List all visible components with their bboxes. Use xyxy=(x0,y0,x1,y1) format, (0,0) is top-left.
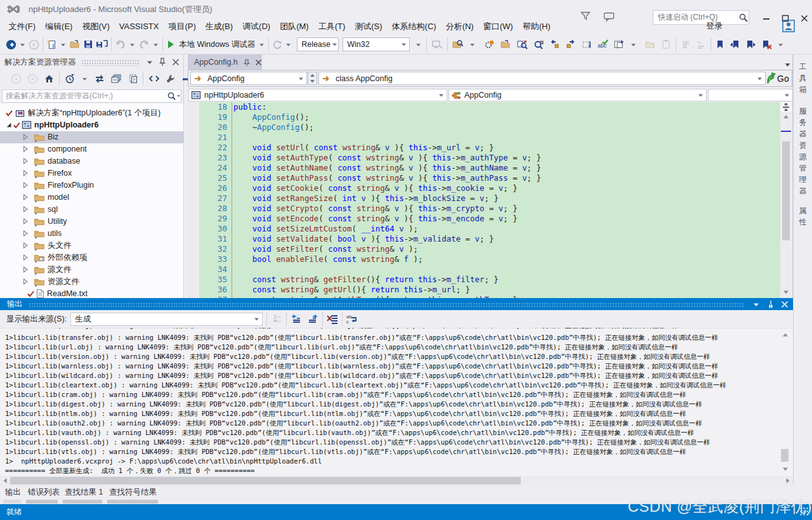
nav-forward-dis-icon[interactable] xyxy=(24,71,41,86)
code-view-icon[interactable] xyxy=(145,71,162,86)
word-wrap-icon[interactable]: abc xyxy=(344,311,360,327)
va-undo-icon[interactable] xyxy=(579,37,594,52)
split-handle-icon[interactable] xyxy=(780,102,792,112)
new-item-icon[interactable] xyxy=(45,37,58,52)
folder-disabled-icon[interactable] xyxy=(642,37,658,52)
caret-icon[interactable] xyxy=(128,37,137,52)
window-position-icon[interactable] xyxy=(753,300,759,309)
bottom-tab-查找符号结果[interactable]: 查找符号结果 xyxy=(109,487,157,498)
expander-collapsed-icon[interactable] xyxy=(22,206,29,212)
menu-文件(F)[interactable]: 文件(F) xyxy=(4,18,41,35)
pin-icon[interactable] xyxy=(766,301,775,308)
tree-item-model[interactable]: model xyxy=(0,192,183,204)
caret-icon[interactable] xyxy=(627,37,639,52)
expander-collapsed-icon[interactable] xyxy=(22,230,29,237)
menu-分析(N)[interactable]: 分析(N) xyxy=(441,18,478,35)
document-tab-appconfig[interactable]: AppConfig.h xyxy=(188,55,262,70)
va-clone-icon[interactable] xyxy=(611,37,627,52)
caret-icon[interactable] xyxy=(257,37,266,52)
platform-combobox[interactable]: Win32 xyxy=(343,37,410,51)
tree-item-Biz[interactable]: Biz xyxy=(0,131,183,143)
bottom-tab-查找结果 1[interactable]: 查找结果 1 xyxy=(65,487,103,498)
menu-编辑(E)[interactable]: 编辑(E) xyxy=(41,18,77,35)
bottom-tab-错误列表[interactable]: 错误列表 xyxy=(28,487,60,498)
show-all-files-icon[interactable] xyxy=(124,71,141,86)
prev-message-icon[interactable] xyxy=(289,311,304,327)
list2-disabled-icon[interactable]: ?= xyxy=(693,37,709,52)
nav-back-dis-icon[interactable] xyxy=(8,71,24,86)
scroll-left-icon[interactable] xyxy=(3,478,8,484)
expander-expanded-icon[interactable] xyxy=(6,122,12,128)
undo-icon[interactable] xyxy=(114,37,128,52)
autohide-tab-工具箱[interactable]: 工 具 箱 xyxy=(798,61,808,95)
tree-item-外部依赖项[interactable]: 外部依赖项 xyxy=(0,252,183,264)
attach-process-icon[interactable] xyxy=(429,37,445,52)
caret-icon[interactable] xyxy=(18,37,27,52)
menu-视图(V)[interactable]: 视图(V) xyxy=(77,18,114,35)
find-message-dis-icon[interactable] xyxy=(269,311,284,327)
expander-collapsed-icon[interactable] xyxy=(22,194,29,200)
tree-item-Utility[interactable]: Utility xyxy=(0,216,183,228)
menu-项目(P)[interactable]: 项目(P) xyxy=(164,18,200,35)
va-nav-back-icon[interactable] xyxy=(547,37,563,52)
expander-collapsed-icon[interactable] xyxy=(22,182,29,188)
bottom-tab-输出[interactable]: 输出 xyxy=(5,487,21,498)
output-title-bar[interactable]: 输出 xyxy=(0,298,793,310)
expander-collapsed-icon[interactable] xyxy=(22,158,29,164)
nav-forward-icon[interactable] xyxy=(27,37,41,52)
tree-item-database[interactable]: database xyxy=(0,155,183,167)
menu-工具(T)[interactable]: 工具(T) xyxy=(313,18,350,35)
caret-icon[interactable] xyxy=(466,37,478,52)
caret-icon[interactable] xyxy=(58,37,68,52)
scrollbar-thumb[interactable] xyxy=(781,449,789,462)
caret-icon[interactable] xyxy=(284,37,293,52)
output-source-combobox[interactable]: 生成 xyxy=(70,313,263,326)
editor-vertical-scrollbar[interactable] xyxy=(780,102,792,298)
vax-spinner[interactable] xyxy=(308,72,317,85)
va-options-icon[interactable] xyxy=(481,37,497,52)
paste-disabled-icon[interactable] xyxy=(658,37,674,52)
expander-collapsed-icon[interactable] xyxy=(22,254,29,261)
tree-item-资源文件[interactable]: 资源文件 xyxy=(0,276,183,288)
expander-collapsed-icon[interactable] xyxy=(22,170,29,176)
scroll-right-icon[interactable] xyxy=(785,478,790,484)
scroll-down-icon[interactable] xyxy=(783,290,789,295)
menu-测试(S)[interactable]: 测试(S) xyxy=(350,18,387,35)
home-icon[interactable] xyxy=(41,71,57,86)
find-in-files-icon[interactable] xyxy=(450,37,466,52)
expander-collapsed-icon[interactable] xyxy=(22,218,29,224)
scroll-down-icon[interactable] xyxy=(782,467,789,472)
expander-collapsed-icon[interactable] xyxy=(22,134,29,140)
menu-调试(D)[interactable]: 调试(D) xyxy=(238,18,275,35)
vax-scope-combobox[interactable]: AppConfig xyxy=(190,72,307,85)
va-spellcheck-icon[interactable]: abc xyxy=(594,37,611,52)
menu-团队(M)[interactable]: 团队(M) xyxy=(275,18,314,35)
solution-search-input[interactable]: 搜索解决方案资源管理器(Ctrl+;) xyxy=(2,89,181,103)
tab-overflow-icon[interactable] xyxy=(784,61,791,68)
tree-item-FirefoxPlugin[interactable]: FirefoxPlugin xyxy=(0,179,183,192)
code-editor[interactable]: 18public:19 AppConfig();20 ~AppConfig();… xyxy=(188,102,780,298)
user-avatar-icon[interactable] xyxy=(782,20,795,32)
tree-item-解决方案-npHttpUploader6-1-个项目-[interactable]: 解决方案“npHttpUploader6”(1 个项目) xyxy=(0,107,183,119)
save-icon[interactable] xyxy=(82,37,95,52)
pending-filter-icon[interactable] xyxy=(62,71,78,86)
caret-icon[interactable] xyxy=(151,37,160,52)
bookmark-prev-icon[interactable] xyxy=(727,37,743,52)
tree-item-npHttpUploader6[interactable]: npHttpUploader6 xyxy=(0,119,183,131)
pin-icon[interactable] xyxy=(243,58,251,67)
debug-target-button[interactable]: 本地 Windows 调试器 xyxy=(176,39,257,50)
va-nav-forward-icon[interactable] xyxy=(563,37,579,52)
close-icon[interactable] xyxy=(172,58,180,66)
vax-go-button[interactable]: Go xyxy=(764,71,792,86)
clear-all-icon[interactable] xyxy=(325,311,340,327)
sign-in-link[interactable]: 登录 xyxy=(706,20,723,32)
caret-icon[interactable] xyxy=(775,37,787,52)
type-combobox[interactable]: AppConfig xyxy=(449,89,707,101)
menu-体系结构(C)[interactable]: 体系结构(C) xyxy=(387,18,441,35)
scroll-up-icon[interactable] xyxy=(782,332,789,337)
close-icon[interactable] xyxy=(781,301,789,308)
scrollbar-thumb[interactable] xyxy=(10,477,521,484)
output-vertical-scrollbar[interactable] xyxy=(780,330,790,476)
bookmark-clear-icon[interactable] xyxy=(759,37,775,52)
open-folder-icon[interactable] xyxy=(68,37,82,52)
